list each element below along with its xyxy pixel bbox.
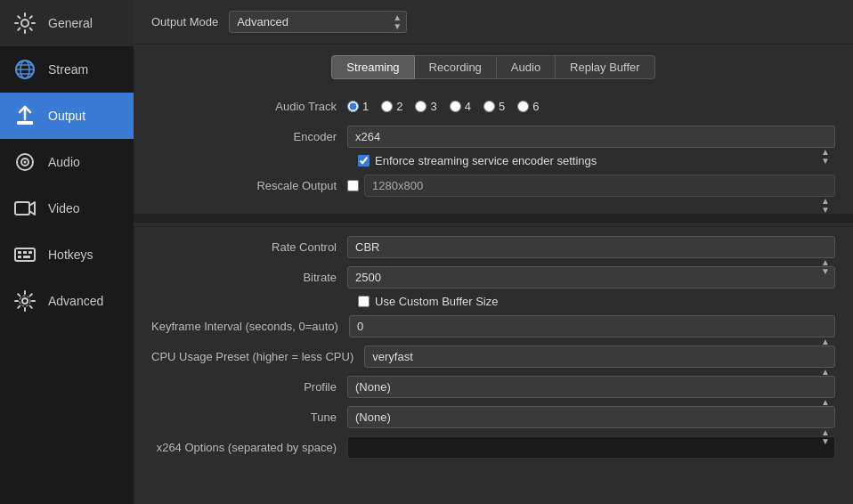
sidebar-label-advanced: Advanced [48, 294, 103, 308]
audio-track-label-2: 2 [396, 100, 402, 113]
keyframe-row: Keyframe Interval (seconds, 0=auto) 0 ▲▼ [151, 313, 835, 338]
rescale-select[interactable]: 1280x800 [364, 175, 835, 197]
streaming-section: Audio Track 1 2 3 [134, 86, 853, 210]
tune-control: (None) film animation grain stillimage f… [347, 406, 835, 428]
keyframe-control: 0 ▲▼ [349, 315, 835, 337]
custom-buffer-label: Use Custom Buffer Size [375, 295, 498, 308]
enforce-checkbox-row: Enforce streaming service encoder settin… [151, 154, 835, 167]
x264-options-label: x264 Options (separated by space) [151, 441, 347, 454]
svg-rect-6 [17, 121, 33, 125]
sidebar-item-hotkeys[interactable]: Hotkeys [0, 232, 134, 278]
rescale-checkbox[interactable] [347, 180, 359, 191]
audio-track-radio-1[interactable] [347, 101, 359, 112]
audio-track-label: Audio Track [151, 100, 347, 113]
tune-row: Tune (None) film animation grain stillim… [151, 404, 835, 429]
encoder-select-wrapper: x264 NVENC H.264 QuickSync H.264 ▲▼ [347, 126, 835, 148]
audio-track-5[interactable]: 5 [483, 100, 505, 113]
audio-track-label-3: 3 [430, 100, 436, 113]
sidebar-item-stream[interactable]: Stream [0, 46, 134, 93]
audio-track-1[interactable]: 1 [347, 100, 369, 113]
tab-audio[interactable]: Audio [497, 55, 556, 79]
general-icon [11, 9, 39, 37]
rate-control-label: Rate Control [151, 240, 347, 254]
x264-options-control [347, 436, 835, 459]
custom-buffer-row: Use Custom Buffer Size [151, 295, 835, 308]
sidebar-item-advanced[interactable]: Advanced [0, 278, 134, 324]
audio-track-3[interactable]: 3 [415, 100, 436, 113]
keyframe-select[interactable]: 0 [349, 315, 835, 337]
enforce-checkbox[interactable] [358, 155, 370, 167]
encoder-control: x264 NVENC H.264 QuickSync H.264 ▲▼ [347, 126, 835, 148]
tab-streaming[interactable]: Streaming [331, 55, 414, 79]
sidebar-item-video[interactable]: Video [0, 185, 134, 232]
svg-point-17 [22, 298, 28, 304]
custom-buffer-checkbox[interactable] [358, 296, 370, 307]
profile-row: Profile (None) baseline main high ▲▼ [151, 374, 835, 399]
bitrate-input[interactable] [347, 266, 835, 289]
svg-rect-11 [15, 248, 35, 261]
tab-recording[interactable]: Recording [415, 55, 497, 79]
rate-control-row: Rate Control CBR VBR ABR CRF ▲▼ [151, 234, 835, 259]
svg-rect-14 [28, 251, 32, 254]
rate-control-select-wrapper: CBR VBR ABR CRF ▲▼ [347, 236, 835, 258]
rescale-label: Rescale Output [151, 179, 347, 192]
section-divider [134, 214, 853, 223]
sidebar-label-video: Video [48, 201, 80, 215]
audio-track-6[interactable]: 6 [517, 100, 539, 113]
audio-track-row: Audio Track 1 2 3 [151, 93, 835, 118]
rescale-inner: 1280x800 ▲▼ [347, 175, 835, 197]
cpu-preset-row: CPU Usage Preset (higher = less CPU) ult… [151, 344, 835, 369]
advanced-icon [11, 287, 39, 315]
sidebar-label-hotkeys: Hotkeys [48, 248, 93, 262]
encoder-select[interactable]: x264 NVENC H.264 QuickSync H.264 [347, 126, 835, 148]
profile-select[interactable]: (None) baseline main high [347, 376, 835, 398]
profile-select-wrapper: (None) baseline main high ▲▼ [347, 376, 835, 398]
sidebar-label-audio: Audio [48, 155, 80, 169]
audio-track-2[interactable]: 2 [381, 100, 402, 113]
tab-replay-buffer[interactable]: Replay Buffer [556, 55, 655, 79]
keyframe-label: Keyframe Interval (seconds, 0=auto) [151, 320, 349, 333]
svg-rect-10 [15, 202, 29, 215]
video-icon [11, 194, 39, 223]
output-icon [11, 102, 39, 130]
audio-track-4[interactable]: 4 [450, 100, 471, 113]
tune-select[interactable]: (None) film animation grain stillimage f… [347, 406, 835, 428]
encoder-row: Encoder x264 NVENC H.264 QuickSync H.264… [151, 124, 835, 149]
audio-track-label-5: 5 [499, 100, 505, 113]
sidebar-item-output[interactable]: Output [0, 93, 134, 139]
audio-track-radio-group: 1 2 3 4 5 [347, 100, 835, 113]
sidebar-label-stream: Stream [48, 62, 88, 77]
output-mode-select[interactable]: Simple Advanced [229, 11, 407, 33]
sidebar-item-general[interactable]: General [0, 0, 134, 46]
output-mode-label: Output Mode [151, 15, 218, 28]
bitrate-control [347, 266, 835, 289]
cpu-preset-select-wrapper: ultrafast superfast veryfast faster fast… [364, 345, 835, 368]
svg-point-18 [20, 296, 30, 306]
cpu-preset-select[interactable]: ultrafast superfast veryfast faster fast… [364, 345, 835, 368]
cpu-preset-label: CPU Usage Preset (higher = less CPU) [151, 350, 364, 363]
audio-track-radio-2[interactable] [381, 101, 393, 112]
bitrate-row: Bitrate [151, 264, 835, 289]
svg-point-9 [24, 161, 27, 164]
audio-track-radio-6[interactable] [517, 101, 529, 112]
sidebar-label-output: Output [48, 109, 85, 123]
audio-track-radio-3[interactable] [415, 101, 426, 112]
audio-track-label-1: 1 [362, 100, 369, 113]
main-content: Output Mode Simple Advanced ▲▼ Streaming… [134, 0, 853, 504]
audio-track-radio-5[interactable] [483, 101, 495, 112]
rate-control-select[interactable]: CBR VBR ABR CRF [347, 236, 835, 258]
rescale-row: Rescale Output 1280x800 ▲▼ [151, 173, 835, 198]
rate-control-control: CBR VBR ABR CRF ▲▼ [347, 236, 835, 258]
audio-track-radio-4[interactable] [450, 101, 461, 112]
sidebar-item-audio[interactable]: Audio [0, 139, 134, 185]
x264-options-input[interactable] [347, 436, 835, 459]
svg-rect-15 [18, 256, 21, 258]
profile-control: (None) baseline main high ▲▼ [347, 376, 835, 398]
audio-track-label-4: 4 [465, 100, 471, 113]
output-mode-row: Output Mode Simple Advanced ▲▼ [134, 0, 853, 45]
x264-options-row: x264 Options (separated by space) [151, 435, 835, 459]
tabs-row: Streaming Recording Audio Replay Buffer [134, 45, 853, 86]
tune-select-wrapper: (None) film animation grain stillimage f… [347, 406, 835, 428]
hotkeys-icon [11, 240, 39, 269]
audio-track-control: 1 2 3 4 5 [347, 100, 835, 113]
